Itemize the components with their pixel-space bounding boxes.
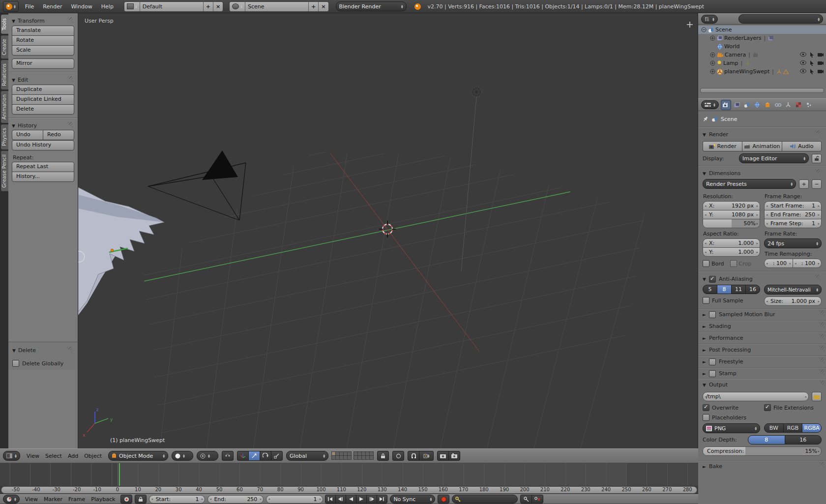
tool-duplicate[interactable]: Duplicate bbox=[12, 85, 74, 95]
tool-scale[interactable]: Scale bbox=[12, 45, 74, 56]
delete-globally-checkbox[interactable] bbox=[12, 360, 19, 367]
render-tab-icon[interactable] bbox=[721, 100, 731, 110]
menu-file[interactable]: File bbox=[21, 3, 38, 10]
play-reverse-button[interactable] bbox=[346, 495, 356, 504]
end-frame-field[interactable]: End Frame:250 bbox=[764, 210, 822, 219]
color-depth-16-button[interactable]: 16 bbox=[785, 435, 822, 445]
rotate-manipulator-button[interactable] bbox=[260, 451, 271, 461]
outliner-editor-type-dropdown[interactable] bbox=[701, 15, 718, 24]
shelf-tab-relations[interactable]: Relations bbox=[1, 60, 8, 89]
outliner-item-renderlayers[interactable]: RenderLayers | bbox=[698, 34, 826, 42]
snap-element-dropdown[interactable] bbox=[419, 451, 434, 461]
screen-layout-name[interactable]: Default bbox=[140, 2, 203, 11]
editor-type-dropdown[interactable] bbox=[3, 451, 20, 461]
renderability-camera-icon[interactable] bbox=[818, 60, 824, 65]
freestyle-checkbox[interactable] bbox=[709, 358, 716, 365]
panel-header-bake[interactable]: Bake bbox=[698, 460, 826, 472]
texture-tab-icon[interactable] bbox=[794, 100, 803, 110]
app-menu-button[interactable] bbox=[3, 1, 19, 12]
panel-header-stamp[interactable]: Stamp bbox=[698, 367, 826, 379]
panel-header-shading[interactable]: Shading bbox=[698, 320, 826, 332]
shelf-tab-create[interactable]: Create bbox=[1, 35, 8, 59]
lamp-object[interactable] bbox=[471, 87, 482, 97]
start-frame-field[interactable]: Start Frame:1 bbox=[764, 201, 822, 210]
visibility-eye-icon[interactable] bbox=[800, 60, 806, 65]
remap-new-field[interactable]: : 100 bbox=[793, 259, 822, 268]
panel-header-anti-aliasing[interactable]: Anti-Aliasing bbox=[703, 273, 822, 285]
file-extensions-checkbox[interactable] bbox=[764, 404, 771, 411]
renderability-camera-icon[interactable] bbox=[818, 52, 824, 57]
visibility-eye-icon[interactable] bbox=[800, 52, 806, 57]
add-preset-button[interactable]: + bbox=[799, 179, 809, 189]
timeline-menu-playback[interactable]: Playback bbox=[88, 496, 118, 503]
use-preview-range-button[interactable] bbox=[120, 495, 132, 504]
render-still-button[interactable]: Render bbox=[703, 141, 742, 151]
manipulate-center-points-button[interactable] bbox=[222, 451, 234, 461]
properties-editor-type-dropdown[interactable] bbox=[701, 100, 719, 109]
frame-step-field[interactable]: Frame Step:1 bbox=[764, 219, 822, 228]
render-layers-tab-icon[interactable] bbox=[732, 100, 741, 110]
mirror-button[interactable]: Mirror bbox=[12, 59, 74, 69]
panel-header-transform[interactable]: Transform bbox=[12, 16, 74, 26]
world-tab-icon[interactable] bbox=[753, 100, 762, 110]
output-path-field[interactable]: /tmp\ bbox=[703, 392, 809, 401]
panel-header-freestyle[interactable]: Freestyle bbox=[698, 356, 826, 367]
object-data-tab-icon[interactable] bbox=[784, 100, 793, 110]
layers-widget[interactable] bbox=[332, 452, 374, 460]
panel-header-dimensions[interactable]: Dimensions bbox=[703, 168, 822, 179]
timeline-frame-ruler[interactable]: -50-40-30-20-100102030405060708090100110… bbox=[0, 486, 698, 494]
undo-button[interactable]: Undo bbox=[12, 130, 43, 140]
plane-object[interactable] bbox=[78, 187, 164, 315]
timeline-scrollbar[interactable] bbox=[1, 486, 697, 494]
render-opengl-still-button[interactable] bbox=[437, 451, 449, 461]
resolution-y-field[interactable]: Y:1080 px bbox=[703, 210, 760, 219]
timeline-menu-view[interactable]: View bbox=[22, 496, 41, 503]
lock-interface-button[interactable] bbox=[812, 154, 822, 163]
panel-header-post-processing[interactable]: Post Processing bbox=[698, 344, 826, 356]
overwrite-checkbox[interactable] bbox=[703, 404, 709, 411]
view3d-menu-select[interactable]: Select bbox=[42, 453, 65, 459]
manipulator-toggle-button[interactable] bbox=[237, 451, 249, 461]
mode-dropdown[interactable]: Object Mode bbox=[108, 451, 168, 461]
constraints-tab-icon[interactable] bbox=[773, 100, 783, 110]
scene-name[interactable]: Scene bbox=[245, 2, 308, 11]
view3d-menu-view[interactable]: View bbox=[24, 453, 42, 459]
shelf-tab-grease-pencil[interactable]: Grease Pencil bbox=[1, 151, 8, 191]
stamp-checkbox[interactable] bbox=[709, 370, 716, 377]
screen-layout-selector[interactable]: Default bbox=[124, 1, 223, 12]
renderability-camera-icon[interactable] bbox=[818, 69, 824, 74]
viewport-shading-dropdown[interactable] bbox=[172, 451, 193, 461]
aspect-y-field[interactable]: Y:1.000 bbox=[703, 247, 760, 257]
panel-header-sampled-motion-blur[interactable]: Sampled Motion Blur bbox=[698, 308, 826, 320]
outliner-item-scene[interactable]: Scene bbox=[698, 26, 826, 34]
color-mode-rgb-button[interactable]: RGB bbox=[783, 423, 803, 433]
menu-window[interactable]: Window bbox=[66, 3, 96, 10]
outliner-item-lamp[interactable]: Lamp | bbox=[698, 59, 826, 67]
keying-set-field[interactable] bbox=[452, 495, 518, 504]
current-frame-field[interactable]: 1 bbox=[266, 495, 323, 504]
remove-preset-button[interactable]: − bbox=[812, 179, 822, 189]
delete-screen-layout-button[interactable] bbox=[213, 2, 223, 11]
view3d-menu-object[interactable]: Object bbox=[81, 453, 105, 459]
play-audio-button[interactable]: Audio bbox=[782, 141, 822, 151]
repeat-last-button[interactable]: Repeat Last bbox=[12, 162, 74, 172]
add-screen-layout-button[interactable] bbox=[203, 2, 213, 11]
resolution-x-field[interactable]: X:1920 px bbox=[703, 201, 760, 210]
visibility-eye-icon[interactable] bbox=[800, 69, 806, 73]
sampled-motion-blur-checkbox[interactable] bbox=[709, 311, 716, 318]
crop-checkbox[interactable] bbox=[730, 260, 737, 267]
camera-object[interactable] bbox=[148, 150, 246, 220]
view3d-menu-add[interactable]: Add bbox=[65, 453, 81, 459]
translate-manipulator-button[interactable] bbox=[248, 451, 260, 461]
layer-cell[interactable] bbox=[369, 455, 374, 460]
outliner-scrollbar[interactable] bbox=[700, 88, 824, 93]
outliner-item-camera[interactable]: Camera | bbox=[698, 51, 826, 59]
panel-header-output[interactable]: Output bbox=[698, 379, 826, 390]
render-presets-dropdown[interactable]: Render Presets bbox=[703, 179, 796, 189]
play-button[interactable] bbox=[356, 495, 367, 504]
frame-rate-dropdown[interactable]: 24 fps bbox=[764, 238, 822, 248]
current-frame-playhead[interactable] bbox=[119, 463, 120, 486]
menu-render[interactable]: Render bbox=[38, 3, 66, 10]
panel-header-performance[interactable]: Performance bbox=[698, 332, 826, 344]
layer-cell[interactable] bbox=[347, 455, 352, 460]
